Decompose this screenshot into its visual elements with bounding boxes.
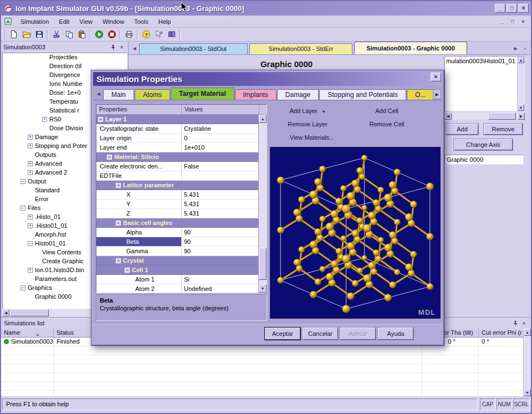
scroll-right-icon[interactable]: ▶ bbox=[518, 113, 525, 120]
menu-view[interactable]: View bbox=[74, 17, 98, 27]
expand-icon[interactable]: + bbox=[28, 135, 33, 140]
property-value-cell[interactable] bbox=[182, 171, 259, 181]
explorer-close-icon[interactable]: × bbox=[117, 43, 126, 51]
simulations-vscrollbar[interactable]: ▲ ▼ bbox=[523, 329, 531, 396]
property-value-cell[interactable]: Undefined bbox=[182, 284, 259, 293]
pin-icon[interactable] bbox=[109, 43, 117, 51]
property-name-cell[interactable]: Y bbox=[96, 200, 182, 209]
change-axis-button[interactable]: Change Axis bbox=[454, 139, 513, 150]
save-icon[interactable] bbox=[33, 28, 45, 40]
collapse-icon[interactable]: − bbox=[21, 285, 25, 290]
dialog-tab-0[interactable]: Main bbox=[103, 89, 134, 100]
add-layer-button[interactable]: Add Layer ▼ bbox=[274, 106, 341, 116]
scroll-up-icon[interactable]: ▲ bbox=[518, 57, 524, 63]
property-row[interactable]: X5.431 bbox=[96, 190, 259, 200]
remove-cell-button[interactable]: Remove Cell bbox=[354, 119, 420, 129]
property-row[interactable]: Gamma90 bbox=[96, 247, 259, 256]
collapse-icon[interactable]: − bbox=[98, 117, 103, 122]
cut-icon[interactable] bbox=[50, 28, 63, 40]
menu-help[interactable]: Help bbox=[154, 17, 176, 27]
property-row[interactable]: Layer origin0 bbox=[96, 134, 259, 143]
property-group-row[interactable]: −Layer 1 bbox=[96, 115, 259, 124]
run-icon[interactable] bbox=[93, 28, 105, 40]
mdi-restore-button[interactable]: □ bbox=[508, 18, 517, 25]
property-name-cell[interactable]: EDTFile bbox=[96, 171, 182, 181]
collapse-icon[interactable]: − bbox=[21, 179, 25, 184]
property-group-row[interactable]: −Cell 1 bbox=[96, 265, 259, 275]
menu-edit[interactable]: Edit bbox=[54, 17, 74, 27]
mdi-minimize-button[interactable]: _ bbox=[498, 18, 507, 25]
collapse-icon[interactable]: − bbox=[28, 241, 33, 246]
copy-icon[interactable] bbox=[63, 28, 75, 40]
add-cell-button[interactable]: Add Cell bbox=[354, 106, 420, 116]
help-icon[interactable]: ? bbox=[140, 28, 152, 40]
simulations-close-icon[interactable]: × bbox=[520, 319, 528, 327]
dialog-tab-1[interactable]: Atoms bbox=[135, 89, 170, 100]
scroll-down-icon[interactable]: ▼ bbox=[518, 104, 524, 111]
document-tab-1[interactable]: Simulation0003 - StdErr bbox=[249, 43, 352, 54]
grid-vscroll-thumb[interactable] bbox=[259, 248, 267, 280]
view-materials-button[interactable]: View Materials... bbox=[279, 132, 345, 142]
property-value-cell[interactable]: False bbox=[182, 162, 259, 171]
tree-hscroll-thumb[interactable] bbox=[10, 309, 49, 316]
cancelar-button[interactable]: Cancelar bbox=[303, 328, 338, 340]
dialog-tabs-scroll-right-icon[interactable]: ▶ bbox=[433, 89, 441, 99]
collapse-icon[interactable]: − bbox=[125, 268, 130, 273]
sim-column-header-0[interactable]: Name▲ bbox=[1, 329, 54, 338]
collapse-icon[interactable]: − bbox=[21, 206, 25, 211]
property-name-cell[interactable]: Z bbox=[96, 209, 182, 218]
dialog-tab-6[interactable]: O... bbox=[407, 89, 434, 100]
paste-icon[interactable] bbox=[75, 28, 88, 40]
histo-hscroll-thumb[interactable] bbox=[488, 113, 516, 120]
property-value-cell[interactable]: 0 bbox=[182, 134, 259, 143]
property-value-cell[interactable]: 5.431 bbox=[182, 200, 259, 209]
reference-book-icon[interactable] bbox=[165, 28, 178, 40]
property-value-cell[interactable]: 1e+010 bbox=[182, 143, 259, 152]
remove-layer-button[interactable]: Remove Layer bbox=[274, 119, 341, 129]
histogram-list-item[interactable]: mulation0003\Histo01_01 [1:2 bbox=[446, 58, 525, 64]
sim-name-cell[interactable]: Simulation0003 bbox=[1, 338, 54, 346]
scroll-up-icon[interactable]: ▲ bbox=[524, 329, 531, 336]
collapse-icon[interactable]: − bbox=[116, 258, 121, 263]
property-row[interactable]: Atom 1Si bbox=[96, 275, 259, 284]
property-name-cell[interactable]: Create electronic den... bbox=[96, 162, 182, 171]
expand-icon[interactable]: + bbox=[28, 268, 33, 273]
minimize-button[interactable]: _ bbox=[495, 4, 505, 13]
property-group-row[interactable]: −Basic cell angles bbox=[96, 218, 259, 228]
property-value-cell[interactable]: 5.431 bbox=[182, 209, 259, 218]
histogram-list-hscrollbar[interactable]: ◀ ▶ bbox=[444, 113, 525, 120]
histogram-listbox[interactable]: mulation0003\Histo01_01 [1:2 ▲ ▼ bbox=[444, 56, 525, 111]
mdi-close-button[interactable]: × bbox=[519, 18, 528, 25]
scroll-left-icon[interactable]: ◀ bbox=[2, 309, 9, 316]
toolbar-grip[interactable] bbox=[3, 29, 4, 39]
document-tab-0[interactable]: Simulation0003 - StdOut bbox=[139, 43, 248, 54]
property-row[interactable]: Layer end1e+010 bbox=[96, 143, 259, 152]
property-row[interactable]: Beta90 bbox=[96, 237, 259, 247]
property-name-cell[interactable]: Crystallographic state bbox=[96, 124, 182, 134]
document-tab-2[interactable]: Simulation0003 - Graphic 0000 bbox=[354, 42, 467, 54]
property-name-cell[interactable]: X bbox=[96, 190, 182, 200]
collapse-icon[interactable]: − bbox=[116, 221, 121, 226]
property-group-row[interactable]: −Lattice parameter bbox=[96, 181, 259, 190]
tree-item[interactable]: Projectiles bbox=[3, 53, 127, 62]
close-button[interactable]: × bbox=[518, 4, 529, 13]
property-value-cell[interactable]: 90 bbox=[182, 228, 259, 237]
histogram-list-vscrollbar[interactable]: ▲ ▼ bbox=[517, 57, 524, 111]
pin-icon[interactable] bbox=[511, 319, 520, 327]
maximize-button[interactable]: □ bbox=[507, 4, 517, 13]
property-value-cell[interactable]: 90 bbox=[182, 237, 259, 247]
title-bar[interactable]: Ion Implant Simulator GUI v0.59b - [Simu… bbox=[1, 1, 531, 16]
property-row[interactable]: Create electronic den...False bbox=[96, 162, 259, 171]
property-group-row[interactable]: −Material: Silicio bbox=[96, 152, 259, 162]
property-group-row[interactable]: −Crystal bbox=[96, 256, 259, 265]
dialog-tab-4[interactable]: Damage bbox=[277, 89, 319, 100]
property-name-cell[interactable]: Alpha bbox=[96, 228, 182, 237]
expand-icon[interactable]: + bbox=[42, 117, 47, 122]
ayuda-button[interactable]: Ayuda bbox=[378, 328, 413, 340]
property-name-cell[interactable]: Atom 1 bbox=[96, 275, 182, 284]
add-histogram-button[interactable]: Add bbox=[446, 124, 478, 135]
menu-window[interactable]: Window bbox=[98, 17, 129, 27]
context-help-icon[interactable]: ? bbox=[152, 28, 165, 40]
property-row[interactable]: Y5.431 bbox=[96, 200, 259, 209]
remove-histogram-button[interactable]: Remove bbox=[484, 124, 523, 135]
